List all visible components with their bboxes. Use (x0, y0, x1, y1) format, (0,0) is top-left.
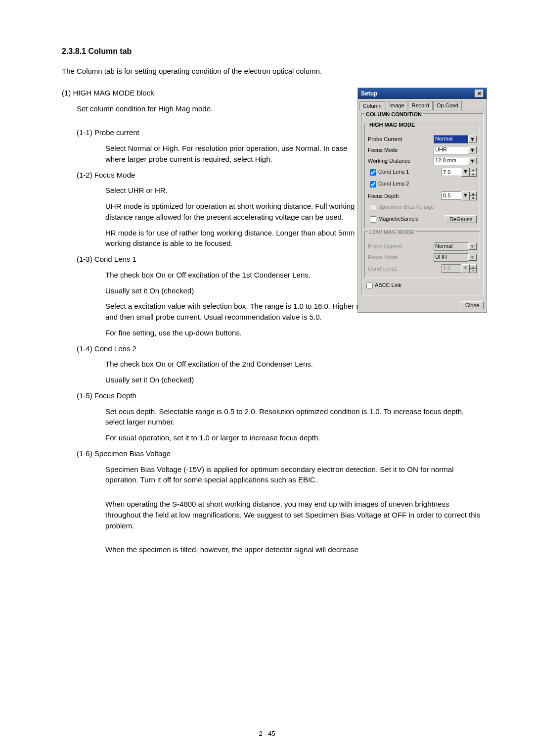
block1-title: (1) HIGH MAG MODE block (62, 88, 368, 98)
s14-title: (1-4) Cond Lens 2 (77, 343, 482, 354)
dialog-title: Setup (361, 90, 377, 97)
tab-strip: Column Image Record Op.Cond (358, 99, 487, 110)
chevron-down-icon[interactable]: ▼ (468, 146, 477, 153)
block1-body: Set column condition for High Mag mode. (77, 103, 368, 114)
s14-a: The check box On or Off excitation of th… (105, 359, 482, 370)
low-focus-mode-select: UHR (434, 253, 468, 262)
s11-title: (1-1) Probe current (77, 127, 368, 138)
s15-title: (1-5) Focus Depth (77, 390, 482, 401)
specimen-bias-row: Specimen Bias Voltage (368, 203, 477, 212)
abcc-link-row: ABCC Link (364, 281, 480, 290)
focus-depth-row: Focus Depth ▼ ▲▼ (368, 191, 477, 200)
column-condition-group: COLUMN CONDITION HIGH MAG MODE Probe Cur… (361, 113, 484, 295)
s12-c: HR mode is for use of rather long workin… (105, 228, 368, 249)
s14-b: Usually set it On (checked) (105, 375, 482, 385)
working-distance-row: Working Distance 12.0 mm ▼ (368, 157, 477, 165)
cond-lens-1-value[interactable] (442, 168, 461, 176)
s13-title: (1-3) Cond Lens 1 (77, 254, 368, 265)
tab-image[interactable]: Image (386, 101, 408, 110)
focus-depth-value[interactable] (442, 191, 461, 200)
working-distance-select[interactable]: 12.0 mm (434, 157, 468, 165)
magnetic-sample-label: MagneticSample (368, 215, 445, 224)
focus-mode-label: Focus Mode (368, 147, 434, 153)
working-distance-label: Working Distance (368, 158, 434, 164)
close-icon[interactable]: ✕ (475, 90, 484, 97)
dialog-titlebar: Setup ✕ (358, 88, 487, 99)
cond-lens-2-label: Cond Lens 2 (378, 181, 409, 187)
low-focus-mode-label: Focus Mode (368, 254, 434, 260)
cond-lens-1-label: Cond Lens 1 (368, 168, 442, 177)
cond-lens-1-spinner[interactable]: ▲▼ (470, 168, 477, 177)
s16-title: (1-6) Specimen Bias Voltage (77, 448, 482, 459)
page-number: 2 - 45 (0, 730, 534, 737)
tab-column[interactable]: Column (359, 101, 385, 110)
column-condition-legend: COLUMN CONDITION (364, 111, 423, 117)
abcc-link-label: ABCC Link (375, 282, 401, 288)
s16-a: Specimen Bias Voltage (-15V) is applied … (105, 464, 482, 486)
chevron-down-icon[interactable]: ▼ (461, 191, 470, 200)
low-cond-lens-1-row: Cond Lens1 ▼ ▲▼ (368, 264, 477, 273)
chevron-down-icon: ▼ (468, 243, 477, 250)
chevron-down-icon: ▼ (468, 254, 477, 261)
high-mag-legend: HIGH MAG MODE (368, 122, 416, 128)
magnetic-sample-checkbox[interactable] (370, 216, 376, 223)
section-heading: 2.3.8.1 Column tab (62, 47, 482, 56)
low-cond-lens-1-label: Cond Lens1 (368, 266, 442, 272)
probe-current-label: Probe Current (368, 136, 434, 142)
tab-opcond[interactable]: Op.Cond (433, 101, 462, 110)
s12-b: UHR mode is optimized for operation at s… (105, 201, 368, 223)
s15-b: For usual operation, set it to 1.0 or la… (105, 432, 482, 443)
focus-depth-label: Focus Depth (368, 193, 442, 199)
magnetic-sample-row: MagneticSample DeGauss (368, 215, 477, 224)
s13-d: For fine setting, use the up-down button… (105, 328, 482, 338)
chevron-down-icon[interactable]: ▼ (461, 168, 470, 177)
s12-title: (1-2) Focus Mode (77, 170, 368, 181)
low-cond-lens-1-value (442, 264, 461, 273)
degauss-button[interactable]: DeGauss (445, 215, 477, 223)
probe-current-row: Probe Current Normal ▼ (368, 135, 477, 143)
low-focus-mode-row: Focus Mode UHR ▼ (368, 253, 477, 262)
high-mag-group: HIGH MAG MODE Probe Current Normal ▼ Foc… (364, 124, 480, 229)
s16-c: When the specimen is tilted, however, th… (105, 544, 482, 555)
chevron-down-icon: ▼ (461, 264, 470, 273)
s13-a: The check box On or Off excitation of th… (105, 270, 368, 281)
low-probe-current-label: Probe Current (368, 243, 434, 249)
focus-mode-row: Focus Mode UHR ▼ (368, 146, 477, 154)
close-bar: Close (358, 298, 487, 312)
specimen-bias-checkbox (370, 204, 376, 211)
low-probe-current-row: Probe Current Normal ▼ (368, 242, 477, 251)
tab-record[interactable]: Record (408, 101, 432, 110)
low-probe-current-select: Normal (434, 242, 468, 251)
intro-text: The Column tab is for setting operating … (62, 66, 482, 77)
probe-current-select[interactable]: Normal (434, 135, 468, 143)
abcc-link-checkbox[interactable] (366, 283, 373, 289)
specimen-bias-label: Specimen Bias Voltage (378, 204, 434, 210)
cond-lens-1-row: Cond Lens 1 ▼ ▲▼ (368, 168, 477, 177)
cond-lens-2-row: Cond Lens 2 (368, 180, 477, 189)
close-button[interactable]: Close (461, 301, 484, 309)
low-cond-lens-1-spinner: ▲▼ (470, 264, 477, 273)
s11-body: Select Normal or High. For resolution pr… (105, 143, 368, 165)
low-mag-legend: LOW MAG MODE (368, 229, 415, 235)
focus-depth-spinner[interactable]: ▲▼ (470, 191, 477, 200)
low-mag-group: LOW MAG MODE Probe Current Normal ▼ Focu… (364, 231, 480, 278)
s16-b: When operating the S-4800 at short worki… (105, 499, 482, 531)
setup-dialog: Setup ✕ Column Image Record Op.Cond COLU… (357, 88, 487, 313)
cond-lens-1-checkbox[interactable] (370, 169, 376, 176)
focus-mode-select[interactable]: UHR (434, 146, 468, 154)
chevron-down-icon[interactable]: ▼ (468, 136, 477, 142)
s15-a: Set ocus depth. Selectable range is 0.5 … (105, 406, 482, 428)
chevron-down-icon[interactable]: ▼ (468, 157, 477, 164)
cond-lens-2-checkbox[interactable] (370, 181, 376, 188)
s12-a: Select UHR or HR. (105, 185, 368, 196)
